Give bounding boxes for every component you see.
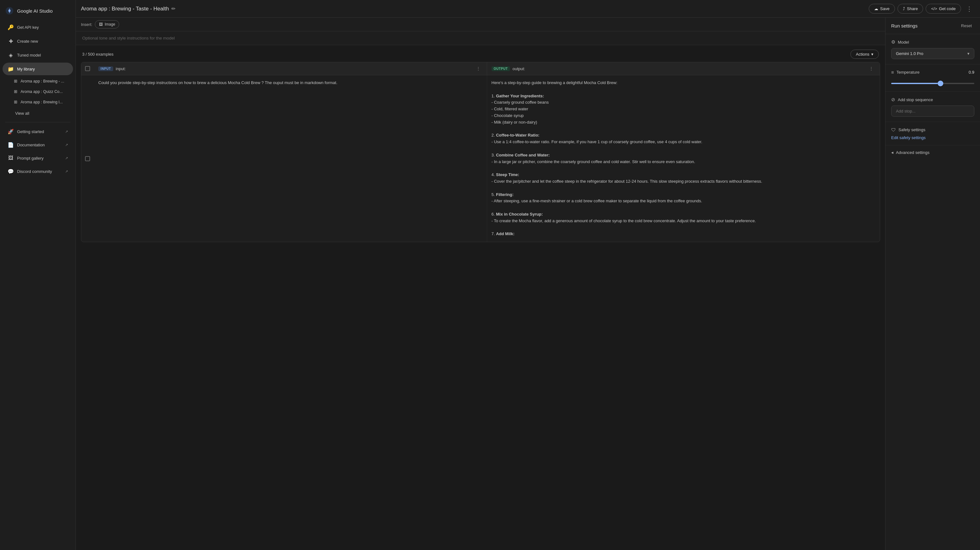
library-item-icon-1: ⊞ [14, 79, 18, 83]
safety-label-row: 🛡 Safety settings [891, 127, 974, 132]
getting-started-icon: 🚀 [8, 128, 14, 135]
editor-area: Insert: 🖼 Image Optional tone and style … [76, 18, 885, 550]
safety-settings-section: 🛡 Safety settings Edit safety settings [886, 122, 980, 145]
model-select-dropdown[interactable]: Gemini 1.0 Pro ▾ [891, 48, 974, 59]
my-library-icon: 📁 [8, 66, 14, 72]
prompt-gallery-link[interactable]: 🖼 Prompt gallery ↗ [3, 152, 73, 164]
library-item-1[interactable]: ⊞ Aroma app : Brewing - ... [3, 76, 73, 86]
library-item-label-3: Aroma app : Brewing l... [21, 100, 63, 104]
temperature-slider[interactable] [891, 83, 974, 84]
safety-icon: 🛡 [891, 127, 896, 132]
external-link-icon-4: ↗ [65, 169, 68, 173]
app-name: Google AI Studio [17, 8, 53, 14]
google-ai-studio-logo-icon [5, 6, 14, 15]
topbar-left: Aroma app : Brewing - Taste - Health ✏ [81, 6, 175, 12]
temperature-label: Temperature [897, 70, 920, 75]
external-link-icon-2: ↗ [65, 143, 68, 147]
header-checkbox-cell [81, 62, 94, 75]
actions-label: Actions [856, 52, 869, 57]
select-all-checkbox[interactable] [85, 66, 90, 71]
get-api-key-button[interactable]: 🔑 Get API key [3, 21, 73, 33]
my-library-label: My library [17, 67, 35, 72]
table-header-row: INPUT input: ⋮ OUTPUT output: ⋮ [81, 62, 880, 75]
library-item-label-2: Aroma app : Quizz Co... [21, 89, 63, 94]
tone-placeholder: Optional tone and style instructions for… [82, 36, 175, 40]
tone-instructions-field[interactable]: Optional tone and style instructions for… [76, 31, 885, 45]
advanced-chevron-icon: ◂ [891, 150, 893, 155]
getting-started-link[interactable]: 🚀 Getting started ↗ [3, 126, 73, 138]
svg-point-1 [8, 10, 10, 12]
edit-title-icon[interactable]: ✏ [171, 6, 175, 12]
advanced-settings-section: ◂ Advanced settings [886, 145, 980, 159]
sidebar-divider [5, 122, 70, 122]
row-checkbox-1[interactable] [85, 156, 90, 161]
app-logo: Google AI Studio [0, 4, 76, 20]
examples-container: 3 / 500 examples Actions ▾ I [76, 45, 885, 550]
model-label: ⚙ Model [891, 39, 974, 45]
my-library-button[interactable]: 📁 My library [3, 63, 73, 75]
view-all-button[interactable]: View all [3, 108, 73, 119]
examples-header: 3 / 500 examples Actions ▾ [81, 45, 880, 62]
prompt-gallery-icon: 🖼 [8, 155, 14, 161]
stop-sequence-input[interactable] [891, 106, 974, 117]
share-button[interactable]: ⤴ Share [897, 4, 923, 14]
actions-chevron-icon: ▾ [871, 52, 873, 57]
insert-image-button[interactable]: 🖼 Image [95, 20, 119, 29]
tuned-model-icon: ◈ [8, 52, 14, 58]
topbar-right: ☁ Save ⤴ Share </> Get code ⋮ [869, 3, 975, 14]
library-item-2[interactable]: ⊞ Aroma app : Quizz Co... [3, 87, 73, 96]
code-icon: </> [931, 6, 937, 11]
library-item-icon-2: ⊞ [14, 89, 18, 94]
stop-sequence-label-row: ⊘ Add stop sequence [891, 97, 974, 102]
discord-community-link[interactable]: 💬 Discord community ↗ [3, 165, 73, 177]
get-code-button[interactable]: </> Get code [926, 4, 961, 14]
output-column-label: output: [512, 67, 525, 71]
stop-sequence-label: Add stop sequence [898, 97, 933, 102]
model-section: ⚙ Model Gemini 1.0 Pro ▾ [886, 34, 980, 65]
actions-button[interactable]: Actions ▾ [850, 49, 879, 59]
image-icon: 🖼 [99, 22, 103, 27]
more-options-button[interactable]: ⋮ [964, 3, 975, 14]
safety-settings-label: Safety settings [899, 127, 925, 132]
view-all-label: View all [15, 111, 29, 116]
discord-label: Discord community [17, 169, 52, 174]
image-button-label: Image [105, 22, 115, 27]
sidebar: Google AI Studio 🔑 Get API key ✚ Create … [0, 0, 76, 550]
share-icon: ⤴ [903, 6, 905, 11]
topbar: Aroma app : Brewing - Taste - Health ✏ ☁… [76, 0, 980, 18]
input-column-label: input: [116, 67, 126, 71]
advanced-settings-toggle[interactable]: ◂ Advanced settings [891, 150, 974, 155]
library-item-icon-3: ⊞ [14, 100, 18, 104]
documentation-link[interactable]: 📄 Documentation ↗ [3, 139, 73, 151]
create-new-button[interactable]: ✚ Create new [3, 35, 73, 48]
reset-button[interactable]: Reset [958, 22, 974, 29]
run-settings-panel: Run settings Reset ⚙ Model Gemini 1.0 Pr… [885, 18, 980, 550]
tuned-model-label: Tuned model [17, 53, 41, 57]
create-new-label: Create new [17, 39, 38, 44]
model-select-arrow-icon: ▾ [967, 51, 970, 56]
workspace: Insert: 🖼 Image Optional tone and style … [76, 18, 980, 550]
tuned-model-button[interactable]: ◈ Tuned model [3, 49, 73, 61]
output-cell-1: Here's a step-by-step guide to brewing a… [487, 75, 880, 242]
output-column-more-icon[interactable]: ⋮ [867, 65, 875, 72]
save-button[interactable]: ☁ Save [869, 4, 895, 14]
temperature-value: 0.9 [969, 70, 974, 75]
model-value: Gemini 1.0 Pro [896, 51, 923, 56]
advanced-settings-label: Advanced settings [896, 150, 929, 155]
stop-sequence-section: ⊘ Add stop sequence [886, 92, 980, 122]
input-column-more-icon[interactable]: ⋮ [474, 65, 482, 72]
row-checkbox-cell [81, 75, 94, 242]
main-content: Aroma app : Brewing - Taste - Health ✏ ☁… [76, 0, 980, 550]
output-column-header: OUTPUT output: ⋮ [487, 62, 880, 75]
run-settings-title: Run settings [891, 23, 917, 29]
temperature-label-row: ≡ Temperature 0.9 [891, 70, 974, 75]
external-link-icon-3: ↗ [65, 156, 68, 160]
input-cell-1[interactable]: Could you provide step-by-step instructi… [94, 75, 487, 242]
output-tag: OUTPUT [492, 67, 510, 71]
share-label: Share [907, 6, 918, 11]
library-item-3[interactable]: ⊞ Aroma app : Brewing l... [3, 97, 73, 107]
run-settings-header: Run settings Reset [886, 18, 980, 34]
edit-safety-settings-link[interactable]: Edit safety settings [891, 135, 926, 140]
output-text-1: Here's a step-by-step guide to brewing a… [492, 79, 876, 237]
table-row: Could you provide step-by-step instructi… [81, 75, 880, 242]
